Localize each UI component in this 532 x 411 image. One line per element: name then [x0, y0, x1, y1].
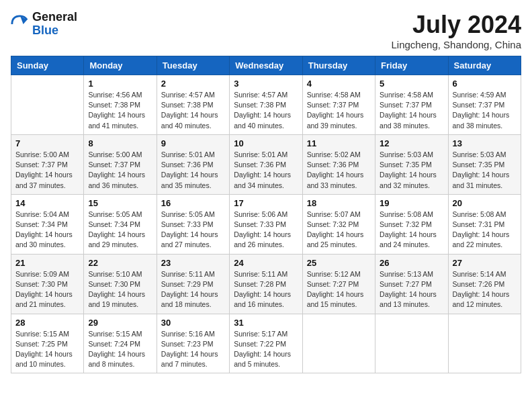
calendar-cell: 25Sunrise: 5:12 AMSunset: 7:27 PMDayligh…: [302, 254, 375, 314]
day-info: Sunrise: 5:12 AMSunset: 7:27 PMDaylight:…: [307, 269, 371, 310]
page-header: General Blue July 2024 Lingcheng, Shando…: [11, 11, 521, 50]
week-row-5: 28Sunrise: 5:15 AMSunset: 7:25 PMDayligh…: [11, 314, 521, 373]
calendar-cell: 22Sunrise: 5:10 AMSunset: 7:30 PMDayligh…: [84, 254, 157, 314]
calendar-cell: 30Sunrise: 5:16 AMSunset: 7:23 PMDayligh…: [157, 314, 229, 373]
day-number: 17: [234, 198, 298, 208]
day-number: 10: [234, 138, 298, 148]
calendar-cell: 27Sunrise: 5:14 AMSunset: 7:26 PMDayligh…: [448, 254, 521, 314]
calendar-cell: 28Sunrise: 5:15 AMSunset: 7:25 PMDayligh…: [11, 314, 84, 373]
calendar-cell: [448, 314, 521, 373]
day-number: 30: [161, 318, 225, 328]
day-info: Sunrise: 5:16 AMSunset: 7:23 PMDaylight:…: [161, 329, 225, 370]
week-row-2: 7Sunrise: 5:00 AMSunset: 7:37 PMDaylight…: [11, 134, 521, 194]
day-number: 7: [15, 138, 79, 148]
weekday-header-saturday: Saturday: [448, 56, 521, 75]
week-row-3: 14Sunrise: 5:04 AMSunset: 7:34 PMDayligh…: [11, 194, 521, 254]
day-info: Sunrise: 4:57 AMSunset: 7:38 PMDaylight:…: [234, 90, 298, 131]
week-row-1: 1Sunrise: 4:56 AMSunset: 7:38 PMDaylight…: [11, 75, 521, 135]
calendar: SundayMondayTuesdayWednesdayThursdayFrid…: [11, 56, 521, 373]
calendar-cell: 2Sunrise: 4:57 AMSunset: 7:38 PMDaylight…: [157, 75, 229, 135]
day-info: Sunrise: 5:14 AMSunset: 7:26 PMDaylight:…: [453, 269, 517, 310]
calendar-cell: 19Sunrise: 5:08 AMSunset: 7:32 PMDayligh…: [375, 194, 448, 254]
day-number: 31: [234, 318, 298, 328]
day-info: Sunrise: 5:01 AMSunset: 7:36 PMDaylight:…: [161, 150, 225, 191]
weekday-header-friday: Friday: [375, 56, 448, 75]
week-row-4: 21Sunrise: 5:09 AMSunset: 7:30 PMDayligh…: [11, 254, 521, 314]
calendar-cell: 5Sunrise: 4:58 AMSunset: 7:37 PMDaylight…: [375, 75, 448, 135]
day-info: Sunrise: 4:58 AMSunset: 7:37 PMDaylight:…: [307, 90, 371, 131]
weekday-header-thursday: Thursday: [302, 56, 375, 75]
calendar-cell: 21Sunrise: 5:09 AMSunset: 7:30 PMDayligh…: [11, 254, 84, 314]
calendar-cell: 14Sunrise: 5:04 AMSunset: 7:34 PMDayligh…: [11, 194, 84, 254]
calendar-cell: 7Sunrise: 5:00 AMSunset: 7:37 PMDaylight…: [11, 134, 84, 194]
day-number: 8: [88, 138, 152, 148]
day-number: 5: [380, 79, 443, 89]
calendar-cell: 6Sunrise: 4:59 AMSunset: 7:37 PMDaylight…: [448, 75, 521, 135]
day-number: 28: [15, 318, 79, 328]
location: Lingcheng, Shandong, China: [392, 39, 522, 50]
calendar-cell: 15Sunrise: 5:05 AMSunset: 7:34 PMDayligh…: [84, 194, 157, 254]
calendar-cell: 9Sunrise: 5:01 AMSunset: 7:36 PMDaylight…: [157, 134, 229, 194]
logo-text: General Blue: [32, 11, 77, 38]
day-number: 26: [380, 258, 443, 268]
calendar-cell: 31Sunrise: 5:17 AMSunset: 7:22 PMDayligh…: [230, 314, 302, 373]
day-info: Sunrise: 5:08 AMSunset: 7:32 PMDaylight:…: [380, 210, 443, 250]
calendar-cell: 26Sunrise: 5:13 AMSunset: 7:27 PMDayligh…: [375, 254, 448, 314]
day-info: Sunrise: 5:05 AMSunset: 7:33 PMDaylight:…: [161, 210, 225, 250]
calendar-cell: 16Sunrise: 5:05 AMSunset: 7:33 PMDayligh…: [157, 194, 229, 254]
day-number: 20: [453, 198, 517, 208]
day-number: 16: [161, 198, 225, 208]
day-number: 29: [88, 318, 152, 328]
day-number: 4: [307, 79, 371, 89]
calendar-cell: 4Sunrise: 4:58 AMSunset: 7:37 PMDaylight…: [302, 75, 375, 135]
day-number: 19: [380, 198, 443, 208]
day-info: Sunrise: 5:05 AMSunset: 7:34 PMDaylight:…: [88, 210, 152, 250]
calendar-cell: 13Sunrise: 5:03 AMSunset: 7:35 PMDayligh…: [448, 134, 521, 194]
calendar-cell: 18Sunrise: 5:07 AMSunset: 7:32 PMDayligh…: [302, 194, 375, 254]
calendar-cell: 17Sunrise: 5:06 AMSunset: 7:33 PMDayligh…: [230, 194, 302, 254]
day-info: Sunrise: 4:59 AMSunset: 7:37 PMDaylight:…: [453, 90, 517, 131]
calendar-cell: 20Sunrise: 5:08 AMSunset: 7:31 PMDayligh…: [448, 194, 521, 254]
day-info: Sunrise: 5:03 AMSunset: 7:35 PMDaylight:…: [453, 150, 517, 191]
weekday-header-tuesday: Tuesday: [157, 56, 229, 75]
day-info: Sunrise: 4:57 AMSunset: 7:38 PMDaylight:…: [161, 90, 225, 131]
calendar-cell: [302, 314, 375, 373]
day-info: Sunrise: 5:06 AMSunset: 7:33 PMDaylight:…: [234, 210, 298, 250]
day-number: 9: [161, 138, 225, 148]
day-number: 3: [234, 79, 298, 89]
logo-general: General: [32, 10, 77, 24]
day-info: Sunrise: 5:11 AMSunset: 7:28 PMDaylight:…: [234, 269, 298, 310]
weekday-header-wednesday: Wednesday: [230, 56, 302, 75]
day-info: Sunrise: 5:04 AMSunset: 7:34 PMDaylight:…: [15, 210, 79, 250]
calendar-cell: 10Sunrise: 5:01 AMSunset: 7:36 PMDayligh…: [230, 134, 302, 194]
day-number: 15: [88, 198, 152, 208]
day-info: Sunrise: 5:15 AMSunset: 7:24 PMDaylight:…: [88, 329, 152, 370]
title-block: July 2024 Lingcheng, Shandong, China: [392, 11, 522, 50]
day-number: 18: [307, 198, 371, 208]
calendar-cell: 23Sunrise: 5:11 AMSunset: 7:29 PMDayligh…: [157, 254, 229, 314]
day-info: Sunrise: 5:03 AMSunset: 7:35 PMDaylight:…: [380, 150, 443, 191]
calendar-cell: 24Sunrise: 5:11 AMSunset: 7:28 PMDayligh…: [230, 254, 302, 314]
day-number: 6: [453, 79, 517, 89]
day-info: Sunrise: 5:02 AMSunset: 7:36 PMDaylight:…: [307, 150, 371, 191]
day-info: Sunrise: 5:00 AMSunset: 7:37 PMDaylight:…: [15, 150, 79, 191]
day-info: Sunrise: 5:01 AMSunset: 7:36 PMDaylight:…: [234, 150, 298, 191]
day-info: Sunrise: 5:09 AMSunset: 7:30 PMDaylight:…: [15, 269, 79, 310]
day-info: Sunrise: 4:58 AMSunset: 7:37 PMDaylight:…: [380, 90, 443, 131]
calendar-cell: 11Sunrise: 5:02 AMSunset: 7:36 PMDayligh…: [302, 134, 375, 194]
logo-blue: Blue: [32, 24, 58, 37]
weekday-header-row: SundayMondayTuesdayWednesdayThursdayFrid…: [11, 56, 521, 75]
calendar-cell: 8Sunrise: 5:00 AMSunset: 7:37 PMDaylight…: [84, 134, 157, 194]
calendar-cell: 3Sunrise: 4:57 AMSunset: 7:38 PMDaylight…: [230, 75, 302, 135]
day-number: 21: [15, 258, 79, 268]
day-number: 14: [15, 198, 79, 208]
day-info: Sunrise: 5:07 AMSunset: 7:32 PMDaylight:…: [307, 210, 371, 250]
day-info: Sunrise: 5:00 AMSunset: 7:37 PMDaylight:…: [88, 150, 152, 191]
day-number: 22: [88, 258, 152, 268]
day-number: 24: [234, 258, 298, 268]
day-number: 23: [161, 258, 225, 268]
day-number: 13: [453, 138, 517, 148]
day-info: Sunrise: 5:13 AMSunset: 7:27 PMDaylight:…: [380, 269, 443, 310]
day-number: 25: [307, 258, 371, 268]
calendar-cell: 1Sunrise: 4:56 AMSunset: 7:38 PMDaylight…: [84, 75, 157, 135]
